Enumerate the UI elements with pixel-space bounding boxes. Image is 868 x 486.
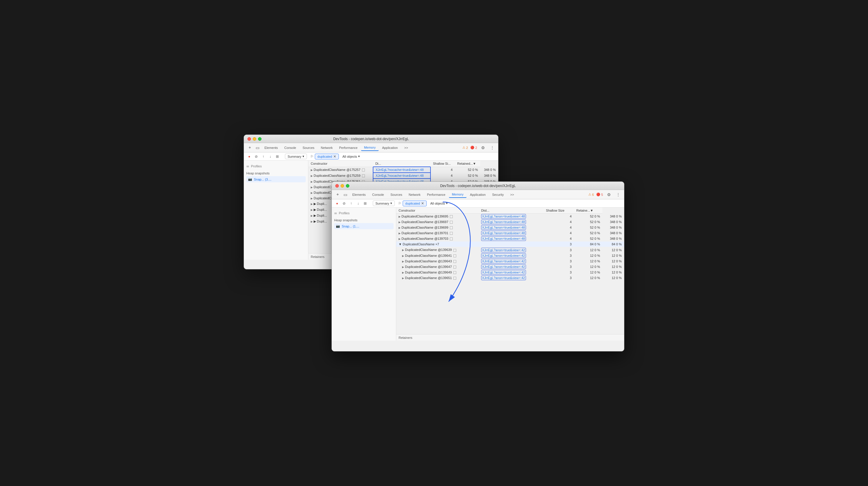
- filter-clear-1[interactable]: ✕: [333, 154, 336, 159]
- source-link[interactable]: XJrrEgL?anon=true&view=:42: [481, 270, 526, 275]
- source-link[interactable]: XJrrEgL?nocache=true&view=:48: [376, 168, 424, 171]
- all-objects-dropdown-2[interactable]: All objects ▾: [430, 201, 448, 205]
- tab-network-2[interactable]: Network: [406, 192, 424, 198]
- source-link[interactable]: XJrrEgL?anon=true&view=:42: [481, 259, 526, 263]
- heap-table-2: Constructor Dist... Shallow Size Retaine…: [396, 207, 624, 281]
- snapshot-item-2[interactable]: 📷 Snap... (1....: [334, 223, 394, 229]
- filter-tag-2[interactable]: duplicated ✕: [403, 200, 427, 206]
- source-link[interactable]: XJrrEgL?anon=true&view=:42: [481, 248, 526, 252]
- cell-constructor: ▶ DuplicatedClassName @139643: [396, 258, 479, 264]
- source-link[interactable]: XJrrEgL?anon=true&view=:42: [481, 253, 526, 258]
- cell-dist: 3: [544, 264, 574, 269]
- download-btn-2[interactable]: ↓: [355, 200, 361, 206]
- cell-retained: 12 0 %: [602, 253, 624, 258]
- source-link[interactable]: XJrrEgL?anon=true&view=:48: [481, 225, 526, 230]
- cell-link[interactable]: XJrrEgL?anon=true&view=:42: [479, 264, 544, 269]
- upload-btn-2[interactable]: ↑: [348, 200, 354, 206]
- filter-tag-1[interactable]: duplicated ✕: [315, 153, 339, 160]
- cell-shallow: 12 0 %: [574, 258, 602, 264]
- summary-dropdown-2[interactable]: Summary ▾: [373, 200, 395, 206]
- cell-link[interactable]: XJrrEgL?anon=true&view=:42: [479, 275, 544, 281]
- download-btn-1[interactable]: ↓: [267, 153, 273, 160]
- tab-security-2[interactable]: Security: [489, 192, 507, 198]
- inspect-icon-2[interactable]: ⌖: [334, 191, 341, 198]
- tab-sources-2[interactable]: Sources: [388, 192, 405, 198]
- more-icon-2[interactable]: ⋮: [615, 191, 622, 198]
- source-link[interactable]: XJrrEgL?anon=true&view=:42: [481, 264, 526, 269]
- close-button-1[interactable]: [247, 137, 251, 141]
- more-icon-1[interactable]: ⋮: [489, 144, 496, 151]
- devtools-window-2: DevTools - codepen.io/web-dot-dev/pen/XJ…: [332, 181, 624, 351]
- grid-btn-2[interactable]: ⊞: [362, 200, 368, 206]
- cell-link[interactable]: XJrrEgL?anon=true&view=:42: [479, 269, 544, 275]
- close-button-2[interactable]: [335, 184, 339, 188]
- col-retained-1: Retained...▼: [455, 161, 480, 167]
- cell-link[interactable]: XJrrEgL?anon=true&view=:42: [479, 247, 544, 253]
- cell-shallow: 12 0 %: [574, 253, 602, 258]
- window-title-2: DevTools - codepen.io/web-dot-dev/pen/XJ…: [440, 184, 516, 188]
- record-btn-2[interactable]: ●: [334, 200, 340, 206]
- source-link[interactable]: XJrrEgL?anon=true&view=:48: [481, 231, 526, 235]
- cell-link[interactable]: XJrrEgL?nocache=true&view=:48: [373, 173, 431, 178]
- upload-btn-1[interactable]: ↑: [260, 153, 266, 160]
- tab-memory-2[interactable]: Memory: [449, 192, 466, 198]
- tab-more-2[interactable]: >>: [507, 192, 517, 198]
- source-link[interactable]: XJrrEgL?anon=true&view=:48: [481, 214, 526, 219]
- cell-link[interactable]: XJrrEgL?anon=true&view=:48: [479, 230, 544, 236]
- snapshot-icon-1: 📷: [248, 177, 252, 181]
- inspect-icon[interactable]: ⌖: [246, 144, 253, 151]
- cell-retained: 12 0 %: [602, 247, 624, 253]
- tab-performance-1[interactable]: Performance: [336, 145, 361, 151]
- device-icon-2[interactable]: ▭: [342, 191, 349, 198]
- minimize-button-1[interactable]: [253, 137, 256, 141]
- toolbar-1: ● ⊘ ↑ ↓ ⊞ Summary ▾ ⚐ duplicated ✕ All o…: [244, 152, 498, 161]
- clear-btn-2[interactable]: ⊘: [341, 200, 347, 206]
- cell-retained: 12 0 %: [602, 264, 624, 269]
- cell-constructor: ▶ DuplicatedClassName @139701: [396, 230, 479, 236]
- filter-clear-2[interactable]: ✕: [421, 201, 424, 205]
- tab-console-1[interactable]: Console: [281, 145, 299, 151]
- source-link[interactable]: XJrrEgL?anon=true&view=:48: [481, 220, 526, 224]
- table-row: ▶ DuplicatedClassName @139703 XJrrEgL?an…: [396, 236, 624, 241]
- all-objects-dropdown-1[interactable]: All objects ▾: [342, 154, 360, 158]
- cell-shallow: 12 0 %: [574, 275, 602, 281]
- clear-btn-1[interactable]: ⊘: [253, 153, 259, 160]
- cell-link[interactable]: XJrrEgL?anon=true&view=:48: [479, 214, 544, 219]
- source-link[interactable]: XJrrEgL?anon=true&view=:42: [481, 276, 526, 280]
- table-scroll-2[interactable]: Constructor Dist... Shallow Size Retaine…: [396, 207, 624, 334]
- maximize-button-2[interactable]: [346, 184, 349, 188]
- cell-link[interactable]: XJrrEgL?anon=true&view=:48: [479, 225, 544, 230]
- sidebar-1: ⚌ Profiles Heap snapshots 📷 Snap... (3..…: [244, 161, 308, 260]
- cell-shallow: 12 0 %: [574, 269, 602, 275]
- grid-btn-1[interactable]: ⊞: [274, 153, 280, 160]
- settings-icon-2[interactable]: ⚙: [605, 191, 612, 198]
- maximize-button-1[interactable]: [258, 137, 261, 141]
- cell-link[interactable]: XJrrEgL?anon=true&view=:42: [479, 258, 544, 264]
- tab-more-1[interactable]: >>: [401, 145, 411, 151]
- tab-performance-2[interactable]: Performance: [424, 192, 448, 198]
- cell-link[interactable]: XJrrEgL?anon=true&view=:42: [479, 253, 544, 258]
- device-icon[interactable]: ▭: [254, 144, 261, 151]
- source-link[interactable]: XJrrEgL?anon=true&view=:48: [481, 236, 526, 241]
- tab-elements-1[interactable]: Elements: [261, 145, 281, 151]
- cell-link[interactable]: XJrrEgL?nocache=true&view=:48: [373, 167, 431, 173]
- source-link[interactable]: XJrrEgL?nocache=true&view=:48: [376, 174, 424, 177]
- snapshot-item-1[interactable]: 📷 Snap... (3....: [246, 176, 306, 182]
- cell-link[interactable]: XJrrEgL?anon=true&view=:48: [479, 219, 544, 225]
- minimize-button-2[interactable]: [341, 184, 344, 188]
- tab-memory-1[interactable]: Memory: [361, 144, 379, 151]
- tab-application-2[interactable]: Application: [467, 192, 489, 198]
- col-shallow-2: Shallow Size: [544, 207, 574, 214]
- col-shallow-1: Shallow Si...: [431, 161, 455, 167]
- tab-network-1[interactable]: Network: [318, 145, 336, 151]
- col-constructor-2: Constructor: [396, 207, 479, 214]
- cell-link[interactable]: XJrrEgL?anon=true&view=:48: [479, 236, 544, 241]
- tab-application-1[interactable]: Application: [379, 145, 401, 151]
- summary-dropdown-1[interactable]: Summary ▾: [285, 153, 307, 159]
- data-panel-2: Constructor Dist... Shallow Size Retaine…: [396, 207, 624, 341]
- record-btn-1[interactable]: ●: [246, 153, 252, 160]
- tab-sources-1[interactable]: Sources: [300, 145, 317, 151]
- settings-icon-1[interactable]: ⚙: [479, 144, 487, 151]
- tab-elements-2[interactable]: Elements: [349, 192, 369, 198]
- tab-console-2[interactable]: Console: [369, 192, 387, 198]
